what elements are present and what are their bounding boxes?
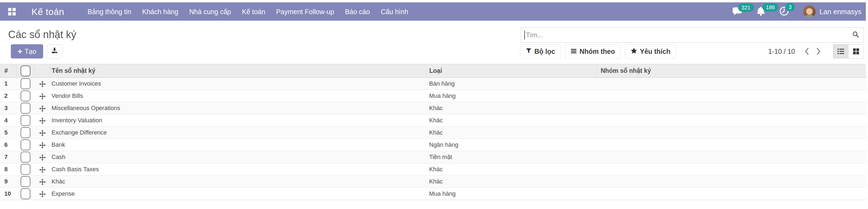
table-row[interactable]: 1 Customer Invoices Bán hàng <box>0 78 868 90</box>
table-row[interactable]: 2 Vendor Bills Mua hàng <box>0 90 868 102</box>
top-strip <box>0 0 868 3</box>
favorites-button[interactable]: Yêu thích <box>625 44 676 58</box>
menu-vendors[interactable]: Nhà cung cấp <box>184 3 236 21</box>
journal-name[interactable]: Exchange Difference <box>50 127 426 139</box>
journal-group <box>597 139 868 151</box>
activities-button[interactable]: 3 <box>779 6 789 17</box>
notifications-button[interactable]: 186 <box>756 6 765 17</box>
row-checkbox[interactable] <box>21 176 30 187</box>
row-checkbox[interactable] <box>21 78 30 89</box>
table-row[interactable]: 7 Cash Tiền mặt <box>0 151 868 163</box>
column-header-checkbox <box>16 64 35 78</box>
user-name[interactable]: Lan enmasys <box>819 8 862 16</box>
drag-handle-icon[interactable] <box>39 166 45 173</box>
journal-group <box>597 127 868 139</box>
download-icon <box>51 47 58 56</box>
row-index: 2 <box>0 90 16 102</box>
journal-group <box>597 151 868 163</box>
kanban-view-button[interactable] <box>848 44 864 58</box>
journals-table: # Tên sổ nhật ký Loại Nhóm sổ nhật ký 1 … <box>0 64 868 200</box>
journal-group <box>597 176 868 188</box>
row-index: 6 <box>0 139 16 151</box>
table-row[interactable]: 3 Miscellaneous Operations Khác <box>0 102 868 114</box>
search-box[interactable] <box>521 27 864 43</box>
row-checkbox[interactable] <box>21 164 30 175</box>
journal-group <box>597 114 868 127</box>
menu-customers[interactable]: Khách hàng <box>137 3 184 21</box>
row-checkbox[interactable] <box>21 188 30 199</box>
row-index: 10 <box>0 188 16 200</box>
journal-name[interactable]: Expense <box>50 188 426 200</box>
journal-group <box>597 163 868 176</box>
table-row[interactable]: 5 Exchange Difference Khác <box>0 127 868 139</box>
row-index: 9 <box>0 176 16 188</box>
table-header-row: # Tên sổ nhật ký Loại Nhóm sổ nhật ký <box>0 64 868 78</box>
menu-dashboard[interactable]: Bảng thông tin <box>82 3 137 21</box>
column-header-name[interactable]: Tên sổ nhật ký <box>50 64 426 78</box>
journal-name[interactable]: Inventory Valuation <box>50 114 426 127</box>
create-button-label: Tạo <box>25 48 36 55</box>
drag-handle-icon[interactable] <box>39 118 45 124</box>
filters-button[interactable]: Bộ lọc <box>520 44 561 58</box>
navbar: Kế toán Bảng thông tin Khách hàng Nhà cu… <box>0 3 868 21</box>
drag-handle-icon[interactable] <box>39 154 45 161</box>
column-header-group[interactable]: Nhóm sổ nhật ký <box>597 64 868 78</box>
select-all-checkbox[interactable] <box>21 66 30 76</box>
journal-name[interactable]: Cash <box>50 151 426 163</box>
journal-type: Ngân hàng <box>426 139 597 151</box>
search-icon[interactable] <box>852 31 859 39</box>
group-by-icon <box>571 48 577 55</box>
journal-name[interactable]: Vendor Bills <box>50 90 426 102</box>
journal-type: Khác <box>426 127 597 139</box>
menu-accounting[interactable]: Kế toán <box>237 3 271 21</box>
messages-count-badge: 321 <box>738 3 753 12</box>
list-view-button[interactable] <box>833 44 848 58</box>
table-row[interactable]: 10 Expense Mua hàng <box>0 188 868 200</box>
journal-name[interactable]: Cash Basis Taxes <box>50 163 426 176</box>
drag-handle-icon[interactable] <box>39 81 45 87</box>
menu-reports[interactable]: Báo cáo <box>340 3 375 21</box>
journal-type: Mua hàng <box>426 90 597 102</box>
table-row[interactable]: 6 Bank Ngân hàng <box>0 139 868 151</box>
scrollbar-track[interactable] <box>866 0 868 209</box>
user-avatar[interactable] <box>803 5 816 18</box>
table-row[interactable]: 8 Cash Basis Taxes Khác <box>0 163 868 176</box>
table-row[interactable]: 4 Inventory Valuation Khác <box>0 114 868 127</box>
journal-name[interactable]: Khác <box>50 176 426 188</box>
messages-button[interactable]: 321 <box>732 7 742 17</box>
pager-previous-icon[interactable] <box>804 48 809 55</box>
group-by-button-label: Nhóm theo <box>579 48 615 55</box>
journal-name[interactable]: Bank <box>50 139 426 151</box>
create-button[interactable]: + Tạo <box>11 44 43 58</box>
row-checkbox[interactable] <box>21 152 30 162</box>
row-checkbox[interactable] <box>21 90 30 101</box>
app-title[interactable]: Kế toán <box>31 6 64 17</box>
table-row[interactable]: 9 Khác Khác <box>0 176 868 188</box>
drag-handle-icon[interactable] <box>39 105 45 112</box>
column-header-type[interactable]: Loại <box>426 64 597 78</box>
journal-name[interactable]: Customer Invoices <box>50 78 426 90</box>
search-input[interactable] <box>525 31 852 39</box>
pager-next-icon[interactable] <box>816 48 821 55</box>
journal-type: Khác <box>426 102 597 114</box>
journal-type: Khác <box>426 114 597 127</box>
journal-group <box>597 78 868 90</box>
drag-handle-icon[interactable] <box>39 191 45 197</box>
apps-grid-icon[interactable] <box>8 8 16 16</box>
drag-handle-icon[interactable] <box>39 179 45 185</box>
export-button[interactable] <box>47 44 62 58</box>
menu-payment-followup[interactable]: Payment Follow-up <box>271 3 340 21</box>
row-checkbox[interactable] <box>21 139 30 150</box>
journal-group <box>597 188 868 200</box>
row-checkbox[interactable] <box>21 127 30 138</box>
drag-handle-icon[interactable] <box>39 130 45 136</box>
journal-name[interactable]: Miscellaneous Operations <box>50 102 426 114</box>
menu-settings[interactable]: Cấu hình <box>375 3 414 21</box>
journal-type: Khác <box>426 163 597 176</box>
filters-button-label: Bộ lọc <box>534 48 555 55</box>
drag-handle-icon[interactable] <box>39 142 45 148</box>
row-checkbox[interactable] <box>21 103 30 113</box>
group-by-button[interactable]: Nhóm theo <box>565 44 621 58</box>
drag-handle-icon[interactable] <box>39 93 45 100</box>
row-checkbox[interactable] <box>21 115 30 126</box>
